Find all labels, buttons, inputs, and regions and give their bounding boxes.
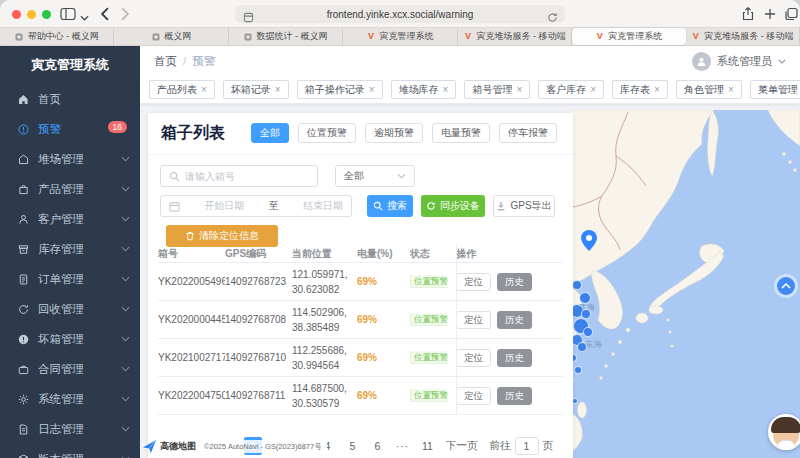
- filter-button-电量预警[interactable]: 电量预警: [432, 123, 490, 143]
- locate-button[interactable]: 定位: [456, 349, 491, 367]
- pager-ellipsis: ···: [394, 437, 412, 455]
- chevron-down-icon[interactable]: [80, 11, 89, 25]
- browser-tab[interactable]: V寅克堆场服务 - 移动端: [458, 28, 572, 45]
- tag-箱子操作记录[interactable]: 箱子操作记录×: [297, 80, 383, 99]
- history-button[interactable]: 历史: [497, 273, 532, 291]
- close-window-button[interactable]: [12, 10, 21, 19]
- map-pin-marker[interactable]: [581, 230, 597, 251]
- clear-location-button[interactable]: 清除定位信息: [166, 225, 278, 247]
- close-icon[interactable]: ×: [443, 85, 449, 95]
- sidebar-item-badbox[interactable]: 坏箱管理: [0, 324, 140, 354]
- filter-button-逾期预警[interactable]: 逾期预警: [365, 123, 423, 143]
- address-bar[interactable]: frontend.yinke.xcx.social/warning: [235, 5, 565, 23]
- sidebar-item-label: 回收管理: [38, 302, 84, 317]
- sidebar-item-recycle[interactable]: 回收管理: [0, 294, 140, 324]
- search-button[interactable]: 搜索: [367, 195, 413, 217]
- tag-库存表[interactable]: 库存表×: [612, 80, 668, 99]
- page-number-5[interactable]: 5: [344, 437, 362, 455]
- map-cluster-marker[interactable]: [583, 327, 593, 337]
- map-cluster-marker[interactable]: [572, 280, 582, 290]
- sidebar-item-customer[interactable]: 客户管理: [0, 204, 140, 234]
- sidebar-item-inventory[interactable]: 库存管理: [0, 234, 140, 264]
- next-page-button[interactable]: 下一页: [446, 439, 478, 453]
- tag-label: 客户库存: [546, 83, 586, 97]
- sidebar-item-log[interactable]: 日志管理: [0, 414, 140, 444]
- tag-箱号管理[interactable]: 箱号管理×: [464, 80, 530, 99]
- browser-tab[interactable]: 帮助中心 - 概义网: [0, 28, 114, 45]
- map-cluster-marker[interactable]: [574, 366, 582, 374]
- status-badge: 位置预警: [410, 275, 448, 288]
- close-icon[interactable]: ×: [369, 85, 375, 95]
- tag-堆场库存[interactable]: 堆场库存×: [391, 80, 457, 99]
- locate-button[interactable]: 定位: [456, 387, 491, 405]
- close-icon[interactable]: ×: [275, 85, 281, 95]
- contract-icon: [17, 363, 30, 376]
- sidebar-item-yard[interactable]: 堆场管理: [0, 144, 140, 174]
- close-icon[interactable]: ×: [590, 85, 596, 95]
- close-icon[interactable]: ×: [728, 85, 734, 95]
- sidebar-toggle-icon[interactable]: [60, 7, 76, 21]
- new-tab-icon[interactable]: [762, 7, 778, 21]
- customer-service-avatar[interactable]: [768, 414, 800, 450]
- map-cluster-marker[interactable]: [579, 292, 591, 304]
- history-button[interactable]: 历史: [497, 311, 532, 329]
- forward-button[interactable]: [120, 7, 130, 21]
- sidebar-item-label: 坏箱管理: [38, 332, 84, 347]
- tag-角色管理[interactable]: 角色管理×: [676, 80, 742, 99]
- sync-device-button[interactable]: 同步设备: [421, 195, 485, 217]
- map[interactable]: 黄海 东海: [568, 110, 800, 458]
- browser-tab[interactable]: 概义网: [114, 28, 228, 45]
- user-menu[interactable]: 系统管理员: [692, 52, 786, 71]
- sidebar-item-home[interactable]: 首页: [0, 84, 140, 114]
- close-icon[interactable]: ×: [516, 85, 522, 95]
- search-button-label: 搜索: [387, 199, 407, 213]
- close-icon[interactable]: ×: [654, 85, 660, 95]
- box-number-search[interactable]: [160, 165, 318, 187]
- minimize-window-button[interactable]: [27, 10, 36, 19]
- sidebar-item-version[interactable]: 版本管理: [0, 444, 140, 458]
- gps-export-button[interactable]: GPS导出: [493, 195, 555, 217]
- back-button[interactable]: [100, 7, 110, 21]
- type-select[interactable]: 全部: [335, 165, 415, 187]
- sidebar-item-system[interactable]: 系统管理: [0, 384, 140, 414]
- tag-菜单管理[interactable]: 菜单管理×: [750, 80, 800, 99]
- search-input[interactable]: [185, 171, 309, 182]
- filter-button-位置预警[interactable]: 位置预警: [298, 123, 356, 143]
- breadcrumb-home[interactable]: 首页: [154, 54, 177, 69]
- browser-tab[interactable]: 数据统计 - 概义网: [229, 28, 343, 45]
- browser-tab[interactable]: V寅克管理系统: [572, 28, 685, 45]
- browser-tab[interactable]: V寅克堆场服务 - 移动端: [686, 28, 800, 45]
- tag-产品列表[interactable]: 产品列表×: [149, 80, 215, 99]
- sidebar-item-warning[interactable]: 预警16: [0, 114, 140, 144]
- tag-坏箱记录[interactable]: 坏箱记录×: [223, 80, 289, 99]
- page-jump-input[interactable]: [515, 437, 539, 455]
- chevron-down-icon: [121, 216, 130, 222]
- sidebar-item-contract[interactable]: 合同管理: [0, 354, 140, 384]
- sidebar-item-label: 产品管理: [38, 182, 84, 197]
- filter-button-全部[interactable]: 全部: [251, 123, 289, 143]
- history-button[interactable]: 历史: [497, 349, 532, 367]
- date-range-picker[interactable]: 开始日期 至 结束日期: [160, 195, 352, 217]
- close-icon[interactable]: ×: [201, 85, 207, 95]
- collapse-up-button[interactable]: [774, 274, 798, 298]
- filter-button-停车报警[interactable]: 停车报警: [499, 123, 557, 143]
- sidebar-item-label: 首页: [38, 92, 61, 107]
- page-number-6[interactable]: 6: [369, 437, 387, 455]
- map-cluster-marker[interactable]: [577, 342, 587, 352]
- tab-overview-icon[interactable]: [783, 7, 799, 21]
- browser-tab[interactable]: V寅克管理系统: [343, 28, 457, 45]
- sidebar-item-order[interactable]: 订单管理: [0, 264, 140, 294]
- refresh-icon[interactable]: [547, 9, 558, 20]
- zoom-window-button[interactable]: [42, 10, 51, 19]
- share-icon[interactable]: [740, 7, 756, 21]
- locate-button[interactable]: 定位: [456, 273, 491, 291]
- locate-button[interactable]: 定位: [456, 311, 491, 329]
- page-number-11[interactable]: 11: [419, 437, 437, 455]
- tag-客户库存[interactable]: 客户库存×: [538, 80, 604, 99]
- site-favicon: [151, 32, 160, 41]
- history-button[interactable]: 历史: [497, 387, 532, 405]
- sidebar-item-product[interactable]: 产品管理: [0, 174, 140, 204]
- cell-box-number: YK2021002717: [158, 352, 225, 363]
- url-text: frontend.yinke.xcx.social/warning: [327, 9, 474, 20]
- page-settings-icon[interactable]: [243, 9, 254, 20]
